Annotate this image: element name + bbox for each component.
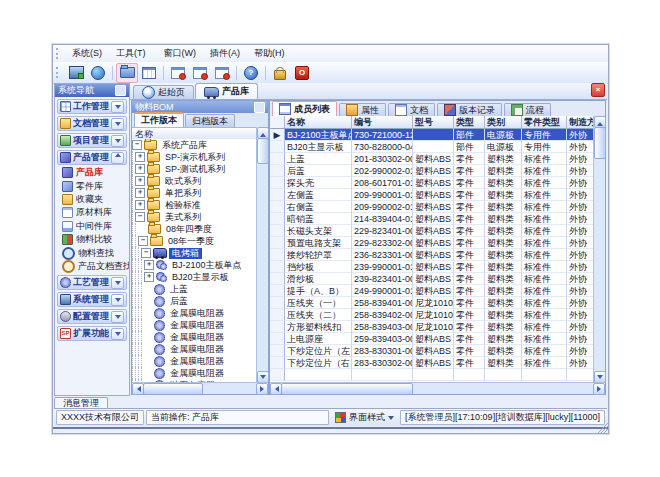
expand-icon[interactable]: + — [135, 164, 145, 174]
table-row[interactable]: 上盖201-830302-00X塑料ABS零件塑料类标准件外协条 — [270, 153, 594, 165]
expand-icon[interactable]: + — [135, 176, 145, 186]
table-hscroll-thumb[interactable] — [281, 383, 413, 395]
chevron-down-icon[interactable] — [111, 118, 124, 130]
table-row[interactable]: 探头壳208-601701-01X塑料ABS零件塑料类标准件外协条 — [270, 177, 594, 189]
table-row[interactable]: 接纱轮护罩236-823301-00X塑料ABS零件塑料类标准件外协条 — [270, 249, 594, 261]
close-tab-icon[interactable] — [591, 83, 605, 97]
lock-button[interactable] — [269, 63, 291, 83]
member-tab-1[interactable]: 属性 — [339, 103, 386, 116]
menu-item-4[interactable]: 插件(A) — [203, 46, 247, 60]
sidebar-item-7[interactable]: 产品文档查找 — [55, 260, 129, 273]
table-row[interactable]: 下纱定位片（左）283-830301-00X塑料ABS零件塑料类标准件外协条 — [270, 345, 594, 357]
expand-icon[interactable]: + — [144, 260, 154, 270]
sidebar-group-0[interactable]: 工作管理 — [57, 99, 127, 114]
help-button[interactable] — [240, 63, 262, 83]
tree-node[interactable]: 后盖 — [132, 295, 257, 307]
tree-node[interactable]: +BJ20主显示板 — [132, 271, 257, 283]
chevron-down-icon[interactable] — [111, 101, 124, 113]
sidebar-group-1[interactable]: 文档管理 — [57, 116, 127, 131]
expand-icon[interactable]: + — [135, 188, 145, 198]
table-row[interactable]: 滑纱板239-823401-00X塑料ABS零件塑料类标准件外协条 — [270, 273, 594, 285]
tree-node[interactable]: 上盖 — [132, 283, 257, 295]
table-row[interactable]: 下纱定位片（右）283-830302-00X塑料ABS零件塑料类标准件外协条 — [270, 357, 594, 369]
column-header-0[interactable]: 名称 — [285, 116, 352, 129]
version-tab-0[interactable]: 工作版本 — [134, 112, 184, 127]
open-folder-button[interactable] — [116, 63, 138, 83]
table-row[interactable]: 压线夹（二）258-839402-00X尼龙1010零件塑料类标准件外协条 — [270, 309, 594, 321]
tree-horizontal-scrollbar[interactable] — [132, 382, 268, 394]
window-grid-button[interactable] — [138, 63, 160, 83]
table-row[interactable]: 上电源座259-839403-00X塑料ABS零件塑料类标准件外协条 — [270, 333, 594, 345]
menubar-grip[interactable] — [56, 48, 62, 59]
tree-node[interactable]: 金属膜电阻器 — [132, 319, 257, 331]
sidebar-group-3[interactable]: 产品管理 — [57, 150, 127, 165]
column-header-6[interactable]: 制造方式 — [567, 116, 594, 129]
chevron-down-icon[interactable] — [111, 294, 124, 306]
sidebar-item-6[interactable]: 物料查找 — [55, 246, 129, 259]
chevron-down-icon[interactable] — [111, 328, 124, 340]
exit-button[interactable] — [291, 63, 313, 83]
collapse-icon[interactable]: − — [141, 248, 151, 258]
table-row[interactable]: ▶BJ-2100主板单点730-721000-12X部件电源板专用件外协颗 — [270, 129, 594, 141]
web-browse-button[interactable] — [87, 63, 109, 83]
sidebar-item-4[interactable]: 中间件库 — [55, 220, 129, 233]
expand-icon[interactable]: + — [135, 200, 145, 210]
toolbar-grip[interactable] — [56, 67, 62, 78]
table-row[interactable]: 长磁头支架229-823401-00X塑料ABS零件塑料类标准件外协条 — [270, 225, 594, 237]
column-header-1[interactable]: 编号 — [352, 116, 413, 129]
collapse-icon[interactable]: − — [138, 236, 148, 246]
chevron-down-icon[interactable] — [111, 311, 124, 323]
tree-node[interactable]: +BJ-2100主板单点 — [132, 259, 257, 271]
collapse-icon[interactable]: − — [135, 212, 145, 222]
scroll-right-icon[interactable] — [593, 383, 605, 395]
column-header-5[interactable]: 零件类型 — [522, 116, 567, 129]
expand-icon[interactable]: + — [144, 272, 154, 282]
menu-item-3[interactable]: 窗口(W) — [157, 46, 204, 60]
pin-icon[interactable] — [115, 85, 126, 96]
sidebar-group-6[interactable]: 配置管理 — [57, 309, 127, 324]
doc-tab-1[interactable]: 产品库 — [195, 83, 258, 99]
sidebar-group-2[interactable]: 项目管理 — [57, 133, 127, 148]
sidebar-item-3[interactable]: 原材料库 — [55, 206, 129, 219]
tree-node[interactable]: 金属膜电阻器 — [132, 307, 257, 319]
member-tab-4[interactable]: 流程 — [504, 103, 551, 116]
tree-node[interactable]: 金属膜电阻器 — [132, 343, 257, 355]
ui-style-button[interactable]: 界面样式 — [331, 411, 398, 424]
member-tab-0[interactable]: 成员列表 — [272, 101, 337, 116]
table-row[interactable]: 左侧盖209-990001-01X塑料ABS零件塑料类标准件外协条 — [270, 189, 594, 201]
table-row[interactable]: 方形塑料线扣258-839403-00X尼龙1010零件塑料类标准件外协条 — [270, 321, 594, 333]
chevron-down-icon[interactable] — [111, 135, 124, 147]
sidebar-group-4[interactable]: 工艺管理 — [57, 275, 127, 290]
report-window-3-button[interactable] — [211, 63, 233, 83]
workstation-button[interactable] — [65, 63, 87, 83]
tree-node[interactable]: −电烤箱 — [132, 247, 257, 259]
column-header-2[interactable]: 型号 — [413, 116, 454, 129]
expand-icon[interactable]: + — [135, 152, 145, 162]
menu-item-5[interactable]: 帮助(H) — [247, 46, 292, 60]
sidebar-group-5[interactable]: 系统管理 — [57, 292, 127, 307]
tree-hscroll-thumb[interactable] — [143, 383, 203, 395]
table-row[interactable]: 暗销盖214-839404-01X塑料ABS零件塑料类标准件外协条 — [270, 213, 594, 225]
doc-tab-0[interactable]: 起始页 — [133, 85, 194, 99]
tree-vertical-scrollbar[interactable] — [256, 127, 268, 383]
member-tab-3[interactable]: 版本记录 — [437, 103, 502, 116]
collapse-icon[interactable]: − — [132, 140, 142, 150]
table-row[interactable] — [270, 369, 594, 381]
report-window-1-button[interactable] — [167, 63, 189, 83]
table-row[interactable]: 右侧盖209-990002-01X塑料ABS零件塑料类标准件外协条 — [270, 201, 594, 213]
sidebar-group-7[interactable]: SP扩展功能 — [57, 326, 127, 341]
table-row[interactable]: BJ20主显示板730-828000-04X部件电源板专用件外协颗 — [270, 141, 594, 153]
table-row[interactable]: 挡纱板239-990001-01X塑料ABS零件塑料类标准件外协条 — [270, 261, 594, 273]
tree-node[interactable]: −08年一季度 — [132, 235, 257, 247]
table-row[interactable]: 压线夹（一）258-839401-00X尼龙1010零件塑料类标准件外协条 — [270, 297, 594, 309]
table-row[interactable]: 提手（A、B）249-990001-01X塑料ABS零件塑料类标准件外协条 — [270, 285, 594, 297]
table-row[interactable]: 预置电路支架229-823302-00X塑料ABS零件塑料类标准件外协条 — [270, 237, 594, 249]
sidebar-item-5[interactable]: 物料比较 — [55, 233, 129, 246]
table-vertical-scrollbar[interactable] — [593, 116, 605, 383]
tree-vscroll-thumb[interactable] — [257, 138, 269, 164]
column-header-3[interactable]: 类型 — [454, 116, 485, 129]
chevron-down-icon[interactable] — [111, 277, 124, 289]
menu-item-0[interactable]: 系统(S) — [65, 46, 109, 60]
tree-node[interactable]: 金属膜电阻器 — [132, 355, 257, 367]
member-tab-2[interactable]: 文档 — [388, 103, 435, 116]
